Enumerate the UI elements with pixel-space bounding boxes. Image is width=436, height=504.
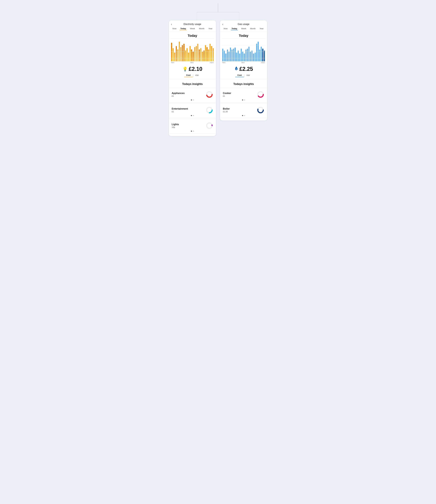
gas-bar (244, 54, 245, 61)
insight-cooker-donut (257, 91, 264, 98)
gas-insight-cooker: Cooker £1 (220, 89, 267, 102)
gas-cost-display: £2.25 (220, 63, 267, 73)
electricity-insights-heading: Todays insights (169, 80, 216, 87)
electricity-card: ‹ Electricity usage Now Today Week Month… (169, 20, 216, 136)
connector-vertical (218, 3, 218, 12)
gas-header: ‹ Gas usage (220, 20, 267, 27)
insight-appliances-donut (206, 91, 213, 98)
electricity-toggle-kw[interactable]: KW (193, 73, 201, 77)
electricity-chart (171, 39, 214, 61)
electricity-header: ‹ Electricity usage (169, 20, 216, 27)
electricity-bars (171, 42, 214, 61)
insight-entertainment-row: Entertainment £1 (172, 106, 213, 114)
electricity-cost-icon: 💡 (182, 67, 188, 72)
dot-active (242, 115, 243, 116)
gas-back-button[interactable]: ‹ (222, 23, 223, 26)
electricity-tab-today[interactable]: Today (180, 27, 187, 30)
gas-bar (250, 52, 251, 61)
svg-point-4 (207, 123, 212, 128)
gas-label-4am: 4am (222, 62, 225, 63)
electricity-bar (194, 47, 195, 61)
insight-lights-dots (172, 131, 213, 132)
gas-tab-today[interactable]: Today (231, 27, 238, 30)
electricity-back-button[interactable]: ‹ (171, 23, 172, 26)
electricity-bar (187, 48, 188, 61)
electricity-bar (174, 53, 175, 61)
gas-toggle-cost[interactable]: Cost (235, 73, 244, 77)
electricity-bar (171, 43, 172, 61)
insight-appliances-text: Appliances £1 (172, 92, 184, 97)
electricity-bar (188, 53, 189, 61)
insight-cooker-row: Cooker £1 (223, 91, 264, 98)
gas-tab-now[interactable]: Now (223, 27, 228, 30)
electricity-insight-appliances: Appliances £1 (169, 89, 216, 102)
electricity-bar (177, 49, 178, 61)
gas-bar (248, 47, 249, 62)
gas-cost-icon (234, 66, 238, 72)
electricity-bar (183, 44, 184, 61)
electricity-period-label: Today (169, 32, 216, 39)
electricity-bar (202, 52, 203, 61)
gas-bar (253, 54, 254, 61)
gas-bar (245, 49, 246, 61)
electricity-bar (190, 46, 191, 61)
insight-boiler-row: Boiler £1.25 (223, 106, 264, 114)
gas-tab-year[interactable]: Year (259, 27, 264, 30)
gas-tab-month[interactable]: Month (249, 27, 256, 30)
electricity-divider3 (169, 103, 216, 104)
insight-entertainment-label: Entertainment (172, 108, 188, 110)
dot-inactive (193, 115, 194, 116)
electricity-bar (209, 44, 211, 61)
gas-bar (242, 52, 243, 61)
gas-bar (231, 49, 233, 61)
gas-bar (227, 49, 228, 61)
gas-bar (225, 54, 226, 61)
connector-horizontal (197, 12, 239, 20)
cards-row: ‹ Electricity usage Now Today Week Month… (169, 20, 267, 136)
gas-toggle-kw[interactable]: KW (245, 73, 252, 77)
insight-cooker-value: £1 (223, 95, 231, 97)
electricity-tab-now[interactable]: Now (172, 27, 177, 30)
electricity-tab-year[interactable]: Year (208, 27, 213, 30)
gas-bar (258, 42, 259, 61)
gas-bar (236, 53, 237, 62)
dot-active (191, 115, 192, 116)
gas-bar (230, 47, 231, 61)
insight-entertainment-dots (172, 115, 213, 116)
electricity-bar (199, 49, 200, 61)
insight-lights-donut (206, 122, 213, 129)
gas-cost-amount: £2.25 (239, 66, 253, 72)
dot-inactive (244, 99, 245, 100)
gas-tab-week[interactable]: Week (241, 27, 247, 30)
insight-boiler-value: £1.25 (223, 110, 230, 113)
electricity-bar (205, 45, 206, 61)
insight-boiler-text: Boiler £1.25 (223, 108, 230, 113)
insight-appliances-dots (172, 99, 213, 100)
dot-inactive (193, 99, 194, 100)
gas-bar (224, 51, 225, 62)
electricity-bar (176, 46, 177, 61)
electricity-bar (185, 50, 186, 61)
gas-bar (261, 47, 262, 62)
dot-inactive (193, 131, 194, 132)
gas-divider3 (220, 103, 267, 104)
insight-lights-label: Lights (172, 123, 179, 126)
dot-active (242, 99, 243, 100)
electricity-tab-week[interactable]: Week (189, 27, 196, 30)
electricity-toggle-cost[interactable]: Cost (184, 73, 193, 77)
gas-bar (241, 49, 242, 62)
gas-bar (228, 52, 229, 61)
electricity-bar (180, 47, 181, 61)
electricity-cost-amount: £2.10 (189, 66, 202, 72)
insight-boiler-donut (257, 106, 264, 114)
insight-appliances-row: Appliances £1 (172, 91, 213, 98)
gas-bar (235, 47, 236, 61)
electricity-cost-display: 💡 £2.10 (169, 63, 216, 73)
gas-chart-labels: 4am 9am 14pm (220, 61, 267, 63)
gas-bar (262, 49, 263, 62)
electricity-tab-month[interactable]: Month (198, 27, 205, 30)
insight-entertainment-value: £1 (172, 110, 188, 113)
gas-bars (222, 42, 265, 61)
insight-entertainment-donut (206, 106, 213, 114)
insight-cooker-text: Cooker £1 (223, 92, 231, 97)
